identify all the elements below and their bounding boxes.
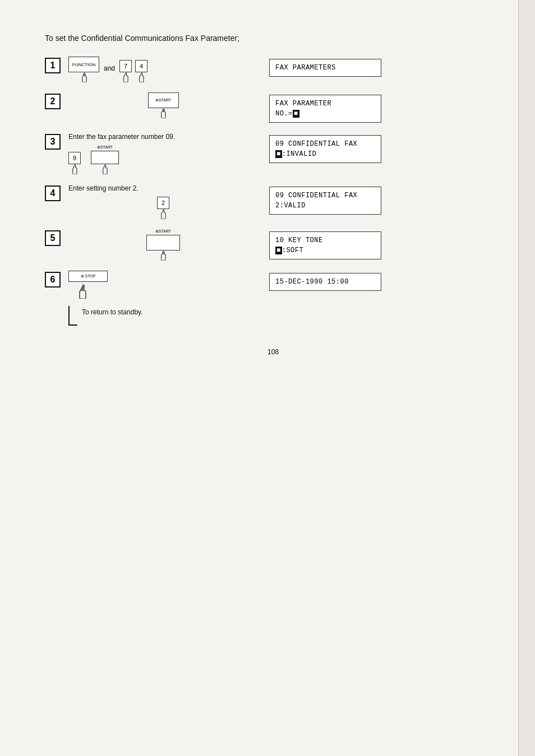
step-row-6: 6 ⊕ STOP bbox=[45, 271, 501, 326]
button-2[interactable]: 2 bbox=[157, 197, 169, 209]
start-5-label-above: ⊕START bbox=[155, 229, 171, 234]
steps-container: 1 FUNCTION bbox=[45, 57, 501, 326]
stop-label: ⊕ STOP bbox=[81, 274, 96, 279]
step-3-diagram: Enter the fax parameter number 09. 9 ⊕ST… bbox=[68, 133, 258, 174]
function-button[interactable]: FUNCTION bbox=[68, 57, 99, 72]
step-number-1: 1 bbox=[45, 58, 61, 73]
hand-icon-5 bbox=[158, 251, 168, 261]
hand-icon-7 bbox=[121, 72, 131, 82]
lcd-line1-3: 09 CONFIDENTIAL FAX bbox=[275, 139, 375, 149]
button-4[interactable]: 4 bbox=[135, 60, 147, 72]
step-4-left: 4 Enter setting number 2. 2 bbox=[45, 184, 258, 219]
lcd-line2-2: NO.=■ bbox=[275, 109, 375, 119]
hand-icon-3-start bbox=[100, 164, 110, 174]
start-label-3-above: ⊕START bbox=[97, 145, 113, 150]
page-number: 108 bbox=[45, 348, 501, 356]
hand-icon-9 bbox=[70, 164, 80, 174]
lcd-display-2: FAX PARAMETER NO.=■ bbox=[269, 95, 381, 123]
lcd-display-6: 15-DEC-1990 15:00 bbox=[269, 273, 381, 291]
lcd-line1-6: 15-DEC-1990 15:00 bbox=[275, 278, 349, 286]
lcd-line1-2: FAX PARAMETER bbox=[275, 99, 375, 109]
start-btn-5-group: ⊕START bbox=[68, 229, 258, 261]
lcd-display-3: 09 CONFIDENTIAL FAX ■:INVALID bbox=[269, 135, 381, 163]
step-6-content: ⊕ STOP bbox=[68, 271, 258, 302]
hand-icon-2 bbox=[158, 108, 168, 118]
step-5-left: 5 ⊕START bbox=[45, 229, 258, 261]
step-2-right: FAX PARAMETER NO.=■ bbox=[269, 92, 501, 123]
step-row-1: 1 FUNCTION bbox=[45, 57, 501, 82]
start-button-2[interactable]: ⊕START bbox=[148, 92, 179, 108]
hand-icon-4 bbox=[136, 72, 146, 82]
step-6-diagram: ⊕ STOP To return to standby. bbox=[68, 271, 258, 326]
hand-icon-6 bbox=[68, 282, 108, 299]
step-3-buttons: 9 ⊕START bbox=[68, 145, 258, 174]
lcd-display-5: 10 KEY TONE ■:SOFT bbox=[269, 231, 381, 259]
page: To set the Confidential Communications F… bbox=[0, 0, 535, 756]
lcd-line2-4: 2:VALID bbox=[275, 201, 375, 211]
lcd-line1-5: 10 KEY TONE bbox=[275, 235, 375, 245]
btn-4-group: 4 bbox=[135, 60, 147, 82]
btn-9-group: 9 bbox=[68, 152, 81, 174]
num-buttons-group: 7 4 bbox=[119, 60, 147, 82]
button-7[interactable]: 7 bbox=[119, 60, 132, 72]
step-6-left: 6 ⊕ STOP bbox=[45, 271, 258, 326]
step-1-buttons: FUNCTION and bbox=[68, 57, 258, 82]
step-1-right: FAX PARAMETERS bbox=[269, 57, 501, 77]
return-text: To return to standby. bbox=[82, 308, 143, 316]
hand-icon-4-btn bbox=[158, 209, 168, 219]
lcd-line2-5: ■:SOFT bbox=[275, 245, 375, 256]
button-9[interactable]: 9 bbox=[68, 152, 81, 164]
step-3-right: 09 CONFIDENTIAL FAX ■:INVALID bbox=[269, 133, 501, 163]
start-button-5[interactable] bbox=[146, 235, 180, 251]
lcd-line1-4: 09 CONFIDENTIAL FAX bbox=[275, 191, 375, 201]
start-btn-2-group: ⊕START bbox=[68, 92, 258, 118]
step-1-diagram: FUNCTION and bbox=[68, 57, 258, 82]
step-number-6: 6 bbox=[45, 272, 61, 287]
step-row-3: 3 Enter the fax parameter number 09. 9 ⊕… bbox=[45, 133, 501, 174]
right-binding-edge bbox=[518, 0, 535, 756]
step-2-left: 2 ⊕START bbox=[45, 92, 258, 118]
step-2-diagram: ⊕START bbox=[68, 92, 258, 118]
step-6-btn-area: ⊕ STOP bbox=[68, 271, 108, 302]
step-6-right: 15-DEC-1990 15:00 bbox=[269, 271, 501, 291]
start-btn-3-group: ⊕START bbox=[91, 145, 119, 174]
step-3-instruction: Enter the fax parameter number 09. bbox=[68, 133, 258, 141]
step-row-2: 2 ⊕START FAX PA bbox=[45, 92, 501, 123]
stop-button[interactable]: ⊕ STOP bbox=[68, 271, 108, 282]
step-3-left: 3 Enter the fax parameter number 09. 9 ⊕… bbox=[45, 133, 258, 174]
btn-2-group: 2 bbox=[68, 197, 258, 219]
intro-text: To set the Confidential Communications F… bbox=[45, 34, 501, 43]
step-6-return-area: To return to standby. bbox=[68, 306, 258, 326]
step-4-diagram: Enter setting number 2. 2 bbox=[68, 184, 258, 219]
lcd-display-4: 09 CONFIDENTIAL FAX 2:VALID bbox=[269, 187, 381, 215]
hand-icon-1 bbox=[79, 72, 89, 82]
start-label-2: ⊕START bbox=[155, 98, 171, 103]
step-row-4: 4 Enter setting number 2. 2 09 CONFIDENT… bbox=[45, 184, 501, 219]
step-4-instruction: Enter setting number 2. bbox=[68, 184, 258, 192]
step-row-5: 5 ⊕START 10 KEY TONE bbox=[45, 229, 501, 261]
lcd-line1-1: FAX PARAMETERS bbox=[275, 64, 336, 72]
lcd-line2-3: ■:INVALID bbox=[275, 149, 375, 159]
btn-7-group: 7 bbox=[119, 60, 132, 82]
function-btn-group: FUNCTION bbox=[68, 57, 99, 82]
step-number-2: 2 bbox=[45, 94, 61, 109]
step-number-4: 4 bbox=[45, 185, 61, 201]
step-5-right: 10 KEY TONE ■:SOFT bbox=[269, 229, 501, 259]
step-number-5: 5 bbox=[45, 230, 61, 246]
and-text: and bbox=[104, 64, 115, 72]
step-5-diagram: ⊕START bbox=[68, 229, 258, 261]
step-4-right: 09 CONFIDENTIAL FAX 2:VALID bbox=[269, 184, 501, 215]
start-button-3[interactable] bbox=[91, 151, 119, 164]
num-row-top: 7 4 bbox=[119, 60, 147, 82]
function-label: FUNCTION bbox=[72, 62, 95, 67]
lcd-display-1: FAX PARAMETERS bbox=[269, 59, 381, 77]
step-1-left: 1 FUNCTION bbox=[45, 57, 258, 82]
step-number-3: 3 bbox=[45, 134, 61, 150]
step-6-bracket bbox=[68, 306, 77, 326]
